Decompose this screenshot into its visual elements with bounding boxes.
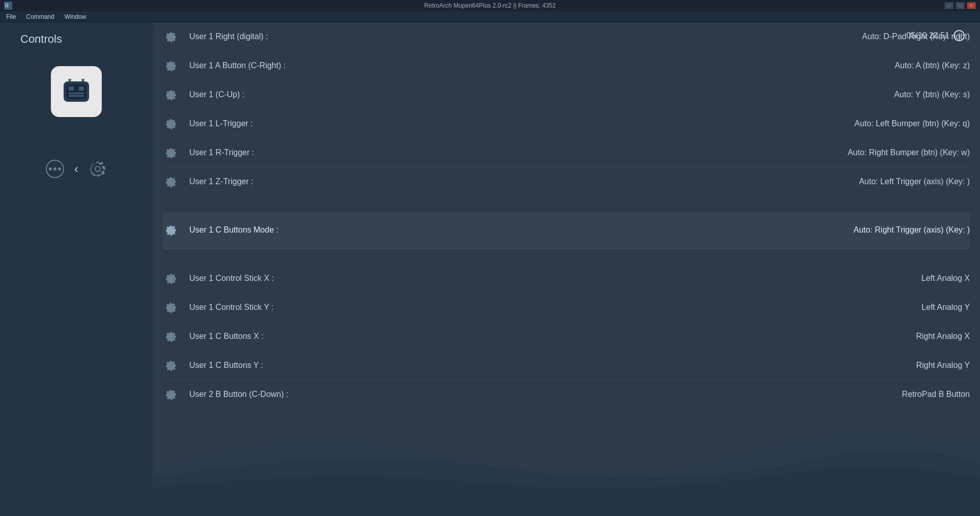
table-row: User 1 L-Trigger : Auto: Left Bumper (bt… [163, 109, 970, 138]
table-row: User 1 C Buttons X : Right Analog X [163, 322, 970, 351]
gear-icon[interactable] [163, 28, 179, 45]
table-row: User 1 (C-Up) : Auto: Y (btn) (Key: s) [163, 80, 970, 109]
table-row: User 1 A Button (C-Right) : Auto: A (btn… [163, 51, 970, 80]
setting-value: Right Analog X [766, 332, 970, 341]
menu-file[interactable]: File [2, 12, 20, 21]
setting-label: User 1 Right (digital) : [189, 32, 766, 41]
setting-label: User 1 Z-Trigger : [189, 177, 766, 186]
svg-rect-3 [66, 84, 87, 99]
menu-window[interactable]: Window [61, 12, 91, 21]
gear-icon[interactable] [163, 328, 179, 345]
setting-value: Left Analog X [766, 274, 970, 283]
setting-label: User 1 Control Stick Y : [189, 303, 766, 312]
setting-label: User 2 B Button (C-Down) : [189, 390, 766, 399]
setting-value: Auto: Y (btn) (Key: s) [766, 90, 970, 99]
setting-value: Left Analog Y [766, 303, 970, 312]
settings-icon[interactable] [87, 158, 109, 180]
gear-icon[interactable] [163, 145, 179, 161]
gear-icon[interactable] [163, 299, 179, 316]
svg-rect-7 [69, 95, 84, 97]
svg-point-15 [58, 167, 61, 170]
table-row: User 1 Control Stick X : Left Analog X [163, 264, 970, 293]
gear-icon[interactable] [163, 116, 179, 132]
settings-list: User 1 Right (digital) : Auto: D-Pad Rig… [153, 22, 980, 409]
table-row: User 2 B Button (C-Down) : RetroPad B Bu… [163, 380, 970, 409]
svg-point-11 [81, 79, 84, 81]
setting-label: User 1 (C-Up) : [189, 90, 766, 99]
setting-label: User 1 C Buttons X : [189, 332, 766, 341]
svg-point-10 [68, 79, 71, 81]
maximize-button[interactable]: □ [956, 2, 965, 9]
svg-rect-4 [69, 87, 74, 91]
table-row: User 1 Right (digital) : Auto: D-Pad Rig… [163, 22, 970, 51]
setting-value: Auto: A (btn) (Key: z) [766, 61, 970, 70]
setting-label: User 1 L-Trigger : [189, 119, 766, 128]
content-area[interactable]: 05/10 23:51 ℹ User 1 Right (digital) : A… [153, 22, 980, 516]
setting-label: User 1 C Buttons Y : [189, 361, 766, 370]
info-icon: ℹ [954, 30, 965, 41]
close-button[interactable]: ✕ [967, 2, 976, 9]
svg-text:R: R [5, 3, 9, 9]
titlebar-title: RetroArch Mupen64Plus 2.0-rc2 || Frames:… [424, 2, 556, 9]
sidebar: Controls [0, 22, 153, 516]
gear-icon[interactable] [163, 58, 179, 74]
setting-value: Right Analog Y [766, 361, 970, 370]
svg-rect-6 [69, 93, 84, 94]
setting-label: User 1 Control Stick X : [189, 274, 766, 283]
gear-icon[interactable] [163, 174, 179, 190]
minimize-button[interactable]: ─ [944, 2, 954, 9]
svg-rect-5 [79, 87, 84, 91]
gear-icon[interactable] [163, 87, 179, 103]
setting-value: Auto: Left Trigger (axis) (Key: ) [766, 177, 970, 186]
titlebar-controls: ─ □ ✕ [944, 2, 976, 9]
gear-icon[interactable] [163, 270, 179, 286]
table-row: User 1 C Buttons Y : Right Analog Y [163, 351, 970, 380]
table-row: User 1 Z-Trigger : Auto: Left Trigger (a… [163, 167, 970, 196]
gear-icon[interactable] [163, 222, 179, 238]
titlebar: R RetroArch Mupen64Plus 2.0-rc2 || Frame… [0, 0, 980, 11]
timestamp: 05/10 23:51 ℹ [906, 30, 965, 41]
setting-value: RetroPad B Button [766, 390, 970, 399]
setting-label: User 1 C Buttons Mode : [189, 225, 766, 235]
setting-label: User 1 R-Trigger : [189, 148, 766, 157]
table-row: User 1 Control Stick Y : Left Analog Y [163, 293, 970, 322]
setting-value: Auto: Right Trigger (axis) (Key: ) [766, 225, 970, 235]
nav-controls: ‹ [44, 158, 109, 180]
timestamp-text: 05/10 23:51 [906, 31, 949, 40]
gear-icon[interactable] [163, 386, 179, 403]
table-row: User 1 R-Trigger : Auto: Right Bumper (b… [163, 138, 970, 167]
sidebar-title: Controls [0, 33, 62, 46]
table-row-highlighted: User 1 C Buttons Mode : Auto: Right Trig… [163, 212, 970, 249]
svg-point-14 [53, 167, 56, 170]
dots-icon [44, 158, 66, 180]
setting-value: Auto: Right Bumper (btn) (Key: w) [766, 148, 970, 157]
setting-value: Auto: Left Bumper (btn) (Key: q) [766, 119, 970, 128]
titlebar-app-icon: R [4, 2, 12, 10]
menu-command[interactable]: Command [22, 12, 58, 21]
back-button[interactable]: ‹ [74, 162, 78, 176]
setting-label: User 1 A Button (C-Right) : [189, 61, 766, 70]
svg-point-13 [49, 167, 52, 170]
gear-icon[interactable] [163, 357, 179, 374]
main-area: Controls [0, 22, 980, 516]
menubar: File Command Window [0, 11, 980, 22]
app-icon [51, 66, 102, 117]
